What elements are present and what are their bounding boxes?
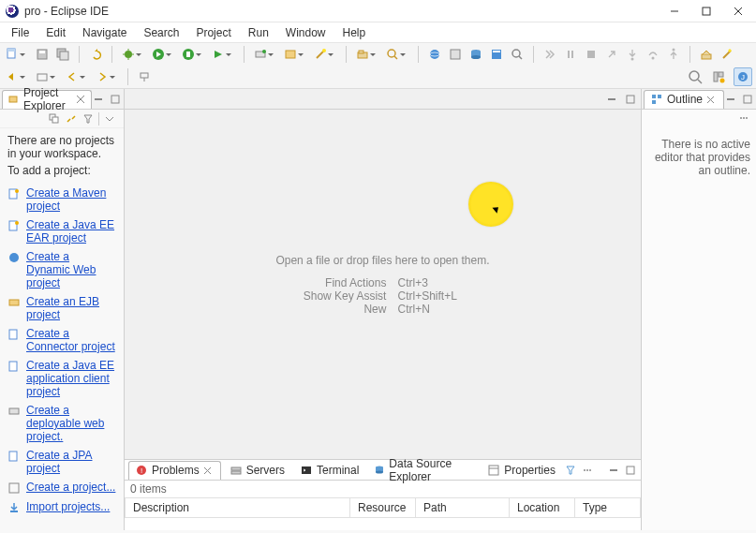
close-icon[interactable] [76, 94, 85, 105]
menu-run[interactable]: Run [241, 24, 276, 41]
disconnect-icon[interactable] [603, 46, 620, 63]
open-type-button[interactable] [354, 46, 371, 63]
new-connection-button[interactable] [282, 46, 299, 63]
minimize-view-button[interactable] [724, 93, 737, 106]
outline-pane: Outline There is no active editor that p… [642, 89, 756, 530]
nav-forward-button[interactable] [94, 68, 111, 85]
open-perspective-button[interactable] [709, 67, 728, 86]
wizard-icon [7, 219, 21, 232]
svg-point-19 [262, 50, 266, 53]
terminate-icon[interactable] [583, 46, 600, 63]
browser-icon[interactable] [426, 46, 443, 63]
tab-terminal[interactable]: Terminal [293, 461, 365, 480]
resume-icon[interactable] [541, 46, 558, 63]
new-server-button[interactable] [252, 46, 269, 63]
link-newproject[interactable]: Create a project... [26, 481, 115, 494]
project-explorer-tab[interactable]: Project Explorer [2, 90, 92, 109]
menu-edit[interactable]: Edit [38, 24, 73, 41]
coverage-button[interactable] [180, 46, 197, 63]
wizard-icon [7, 251, 21, 264]
col-type[interactable]: Type [574, 498, 640, 518]
java-ee-perspective-button[interactable]: J [734, 67, 752, 86]
close-icon[interactable] [706, 94, 718, 105]
menu-window[interactable]: Window [278, 24, 334, 41]
col-location[interactable]: Location [509, 498, 574, 518]
minimize-view-button[interactable] [92, 93, 105, 106]
col-description[interactable]: Description [125, 498, 349, 518]
svg-point-83 [376, 471, 383, 474]
view-menu-icon[interactable] [103, 112, 116, 126]
link-maven[interactable]: Create a Maven project [26, 186, 116, 213]
svg-rect-67 [9, 362, 17, 371]
tab-data-source[interactable]: Data Source Explorer [367, 461, 479, 480]
tab-properties[interactable]: Properties [481, 461, 562, 480]
menu-project[interactable]: Project [188, 24, 238, 41]
link-ear[interactable]: Create a Java EE EAR project [26, 218, 116, 244]
col-resource[interactable]: Resource [349, 498, 415, 518]
hint-label: Show Key Assist [283, 289, 386, 303]
pin-icon[interactable] [136, 68, 153, 85]
link-appclient[interactable]: Create a Java EE application client proj… [26, 359, 116, 398]
view-menu-icon[interactable] [581, 464, 594, 477]
maximize-button[interactable] [694, 2, 719, 21]
link-connector[interactable]: Create a Connector project [26, 327, 116, 353]
svg-rect-78 [231, 467, 241, 470]
step-return-icon[interactable] [665, 46, 682, 63]
debug-button[interactable] [120, 46, 137, 63]
tab-servers[interactable]: Servers [223, 461, 291, 480]
menu-navigate[interactable]: Navigate [75, 24, 134, 41]
open-resource-button[interactable] [34, 68, 51, 85]
maximize-editor-button[interactable] [624, 93, 637, 106]
data-icon[interactable] [467, 46, 484, 63]
view-menu-icon[interactable] [737, 111, 750, 125]
link-ejb[interactable]: Create an EJB project [26, 295, 116, 321]
close-icon[interactable] [203, 465, 215, 476]
run-last-button[interactable] [210, 46, 227, 63]
save-all-button[interactable] [54, 46, 71, 63]
wand-icon[interactable] [719, 46, 735, 63]
build-icon[interactable] [698, 46, 715, 63]
minimize-editor-button[interactable] [605, 93, 618, 106]
link-import[interactable]: Import projects... [26, 500, 110, 513]
quick-access-button[interactable] [687, 68, 704, 85]
editor-drop-area[interactable]: Open a file or drop files here to open t… [125, 110, 641, 459]
outline-tab[interactable]: Outline [644, 90, 724, 109]
col-path[interactable]: Path [415, 498, 509, 518]
filter-icon[interactable] [564, 464, 577, 477]
window-icon[interactable] [488, 46, 505, 63]
link-editor-icon[interactable] [65, 112, 78, 126]
link-dynweb[interactable]: Create a Dynamic Web project [26, 250, 116, 289]
new-button[interactable] [4, 46, 21, 63]
wizard-icon [7, 360, 21, 373]
back-history-button[interactable] [4, 68, 21, 85]
menu-file[interactable]: File [4, 24, 37, 41]
undo-icon[interactable] [87, 46, 104, 63]
step-into-icon[interactable] [624, 46, 641, 63]
minimize-view-button[interactable] [607, 464, 620, 477]
minimize-button[interactable] [662, 2, 687, 21]
link-jpa[interactable]: Create a JPA project [26, 449, 116, 475]
svg-point-50 [720, 79, 725, 83]
menu-help[interactable]: Help [335, 24, 374, 41]
search-button[interactable] [384, 46, 401, 63]
collapse-all-icon[interactable] [48, 112, 61, 126]
maximize-view-button[interactable] [109, 93, 122, 106]
tab-problems[interactable]: ! Problems [128, 461, 221, 480]
nav-back-button[interactable] [64, 68, 81, 85]
svg-point-87 [586, 469, 588, 471]
maximize-view-button[interactable] [741, 93, 754, 106]
close-button[interactable] [726, 2, 750, 21]
problems-table: Description Resource Path Location Type [125, 497, 641, 518]
jsp-icon[interactable] [447, 46, 464, 63]
maximize-view-button[interactable] [624, 464, 637, 477]
eclipse-icon [6, 5, 19, 18]
menu-search[interactable]: Search [136, 24, 186, 41]
save-button[interactable] [34, 46, 51, 63]
new-wizard-button[interactable] [312, 46, 329, 63]
filter-icon[interactable] [82, 112, 95, 126]
step-over-icon[interactable] [645, 46, 661, 63]
suspend-icon[interactable] [562, 46, 579, 63]
run-button[interactable] [150, 46, 167, 63]
zoom-icon[interactable] [509, 46, 526, 63]
link-deployweb[interactable]: Create a deployable web project. [26, 404, 116, 443]
